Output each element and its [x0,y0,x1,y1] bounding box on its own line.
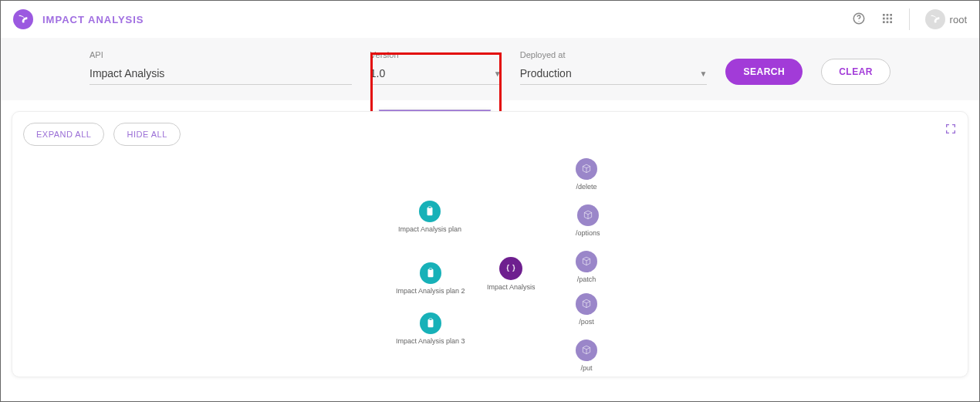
cube-icon [576,293,597,315]
avatar [925,9,945,29]
cube-icon [577,204,599,226]
svg-rect-10 [890,21,892,23]
svg-rect-11 [427,208,433,216]
main-area: EXPAND ALL HIDE ALL [1,100,979,388]
svg-rect-3 [886,14,888,16]
cube-icon [576,158,597,180]
cube-icon [576,251,597,272]
graph-card: EXPAND ALL HIDE ALL [12,111,968,377]
svg-rect-4 [890,14,892,16]
version-label: Version [370,50,502,59]
apps-icon[interactable] [881,12,894,27]
chevron-down-icon: ▼ [700,69,708,78]
deployed-value: Production [520,67,572,79]
node-plan-1[interactable]: Impact Analysis plan [398,201,461,233]
api-input[interactable] [90,62,352,85]
node-center[interactable]: Impact Analysis [487,257,536,291]
api-field[interactable]: API [90,50,352,85]
node-endpoint-post[interactable]: /post [576,293,597,326]
app-logo [13,9,33,29]
node-endpoint-patch[interactable]: /patch [576,251,597,283]
svg-point-1 [858,21,859,22]
node-plan-3[interactable]: Impact Analysis plan 3 [396,312,465,345]
api-label: API [90,50,352,59]
svg-rect-14 [429,269,432,270]
node-endpoint-patch-label: /patch [577,275,596,283]
version-field[interactable]: 1.0 2 Version 1.0 ▼ [370,50,502,85]
user-menu[interactable]: root [925,9,967,29]
top-bar: IMPACT ANALYSIS root [1,1,979,38]
braces-icon [499,257,522,280]
svg-rect-16 [429,319,432,320]
graph-canvas[interactable]: Impact Analysis Impact Analysis plan Imp… [12,112,968,377]
node-endpoint-delete[interactable]: /delete [576,158,597,191]
svg-rect-5 [883,17,885,19]
svg-rect-2 [883,14,885,16]
node-endpoint-delete-label: /delete [576,183,596,191]
filter-bar: API 1.0 2 Version 1.0 ▼ Deployed at Prod… [1,38,979,100]
svg-rect-6 [886,17,888,19]
svg-rect-8 [883,21,885,23]
node-endpoint-post-label: /post [579,318,594,326]
help-icon[interactable] [852,12,866,28]
page-title: IMPACT ANALYSIS [42,14,144,25]
node-plan-2-label: Impact Analysis plan 2 [396,287,465,295]
clipboard-icon [419,201,441,222]
chevron-down-icon: ▼ [494,69,502,78]
node-endpoint-put[interactable]: /put [576,340,597,372]
node-endpoint-put-label: /put [580,364,592,372]
divider [909,8,910,30]
version-value: 1.0 [370,67,385,79]
username-label: root [950,14,967,25]
clipboard-icon [420,262,441,284]
svg-rect-13 [427,269,433,278]
svg-rect-9 [886,21,888,23]
node-center-label: Impact Analysis [487,283,536,291]
node-plan-2[interactable]: Impact Analysis plan 2 [396,262,465,295]
clear-button[interactable]: CLEAR [821,59,890,85]
node-endpoint-options[interactable]: /options [576,204,600,237]
deployed-field[interactable]: Deployed at Production ▼ [520,50,708,85]
node-plan-1-label: Impact Analysis plan [398,225,461,233]
cube-icon [576,340,597,361]
deployed-label: Deployed at [520,50,708,59]
search-button[interactable]: SEARCH [725,59,803,85]
svg-rect-12 [428,207,431,208]
clipboard-icon [420,312,441,334]
node-endpoint-options-label: /options [576,229,600,237]
graph-edges [12,112,244,228]
svg-rect-7 [890,17,892,19]
node-plan-3-label: Impact Analysis plan 3 [396,337,465,345]
svg-rect-15 [427,319,433,328]
